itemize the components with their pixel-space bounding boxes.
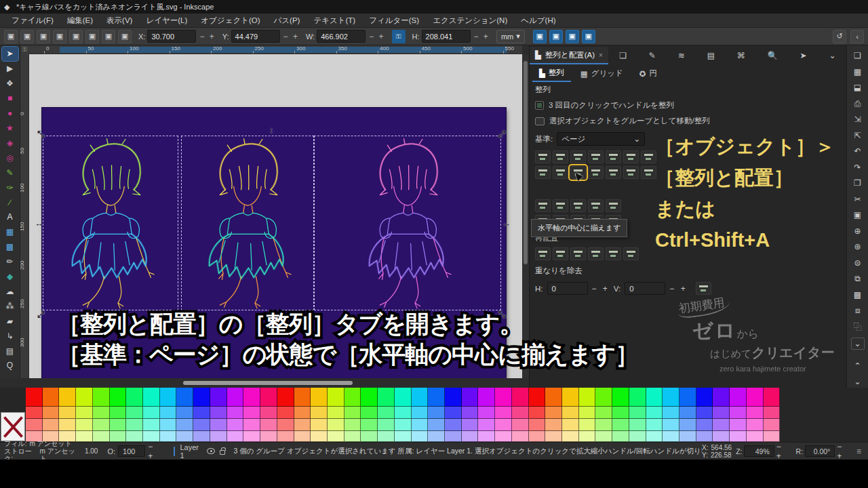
menu-レイヤー(L)[interactable]: レイヤー(L) [140, 14, 193, 27]
color-swatch[interactable] [143, 388, 160, 407]
color-swatch[interactable] [260, 407, 277, 419]
tab-円[interactable]: ✪円 [633, 66, 664, 82]
color-swatch[interactable] [495, 419, 512, 431]
color-swatch[interactable] [445, 419, 462, 431]
color-swatch[interactable] [445, 431, 462, 442]
color-swatch[interactable] [612, 431, 629, 442]
zoom-input[interactable]: 49% [744, 445, 774, 457]
scale-handle[interactable]: ⤡ [37, 129, 44, 140]
layer-lock-icon[interactable] [220, 450, 225, 455]
scale-gradient-icon[interactable]: ▣ [566, 30, 579, 43]
color-swatch[interactable] [529, 431, 546, 442]
scale-handle[interactable]: ⤢ [37, 309, 44, 320]
color-swatch[interactable] [663, 407, 679, 419]
pointer-dialog-icon[interactable]: ➤ [800, 51, 807, 60]
align-top-button[interactable] [553, 166, 568, 179]
color-swatch[interactable] [428, 388, 445, 407]
scale-stroke-icon[interactable]: ▣ [533, 30, 547, 43]
scale-handle[interactable]: ↔ [502, 218, 511, 228]
color-swatch[interactable] [193, 388, 210, 407]
menu-編集(E)[interactable]: 編集(E) [61, 14, 99, 27]
color-swatch[interactable] [663, 419, 679, 431]
color-swatch[interactable] [713, 431, 730, 442]
color-swatch[interactable] [764, 419, 781, 431]
align-anchor-h-button[interactable] [641, 150, 656, 163]
clone-icon[interactable]: ⿻ [851, 321, 865, 333]
ungroup-icon[interactable]: ⧈ [851, 304, 865, 317]
color-swatch[interactable] [126, 388, 143, 407]
color-swatch[interactable] [76, 419, 93, 431]
color-swatch[interactable] [361, 431, 378, 442]
menu-エクステンション(N)[interactable]: エクステンション(N) [427, 14, 513, 27]
align-text-vertical-button[interactable] [623, 166, 639, 179]
gradient-tool[interactable]: ▦ [2, 225, 18, 239]
box3d-tool[interactable]: ◈ [2, 136, 18, 150]
overlap-h-stepper[interactable]: − + [592, 284, 610, 293]
color-swatch[interactable] [764, 431, 781, 442]
color-swatch[interactable] [595, 388, 612, 407]
tweak-tool[interactable]: ☁ [2, 285, 18, 299]
color-swatch[interactable] [412, 388, 429, 407]
color-swatch[interactable] [445, 388, 462, 407]
layers-icon[interactable]: ≋ [678, 51, 685, 60]
height-input[interactable]: 208.041 [422, 30, 471, 43]
color-swatch[interactable] [93, 388, 110, 407]
calligraphy-tool[interactable]: ∕ [2, 195, 18, 209]
export-icon[interactable]: ⇱ [851, 129, 865, 142]
color-swatch[interactable] [126, 419, 143, 431]
color-swatch[interactable] [545, 388, 562, 407]
color-swatch[interactable] [176, 407, 193, 419]
color-swatch[interactable] [747, 431, 764, 442]
import-icon[interactable]: ⇲ [851, 113, 865, 125]
color-swatch[interactable] [277, 407, 294, 419]
move-as-group-option[interactable]: 選択オブジェクトをグループとして移動/整列 [530, 113, 847, 129]
color-swatch[interactable] [646, 431, 663, 442]
bezier-tool[interactable]: ✑ [2, 180, 18, 195]
color-swatch[interactable] [160, 419, 177, 431]
color-swatch[interactable] [361, 419, 378, 431]
objects-icon[interactable]: ▤ [707, 51, 715, 60]
align-center-horizontal-button[interactable] [570, 150, 586, 163]
y-input[interactable]: 44.479 [231, 30, 280, 43]
color-swatch[interactable] [243, 419, 260, 431]
exchange-z-button[interactable] [553, 247, 568, 260]
layer-name[interactable]: Layer 1 [180, 443, 202, 460]
color-swatch[interactable] [629, 388, 646, 407]
color-swatch[interactable] [378, 407, 395, 419]
rotate-cw-icon[interactable]: ▣ [85, 30, 99, 43]
connector-tool[interactable]: ↳ [2, 329, 18, 343]
color-swatch[interactable] [646, 407, 663, 419]
color-swatch[interactable] [646, 388, 663, 407]
paste-icon[interactable]: ▣ [851, 209, 865, 221]
align-right-button[interactable] [588, 150, 604, 163]
color-swatch[interactable] [328, 388, 344, 407]
menu-パス(P)[interactable]: パス(P) [268, 14, 307, 27]
ruler-lock-icon[interactable]: ⚿ [20, 45, 29, 54]
deselect-icon[interactable]: ▣ [37, 30, 50, 43]
ellipse-tool[interactable]: ● [2, 106, 18, 121]
color-swatch[interactable] [93, 407, 110, 419]
color-swatch[interactable] [495, 388, 512, 407]
scale-handle[interactable]: ↕ [269, 125, 274, 135]
color-swatch[interactable] [696, 419, 713, 431]
flip-horizontal-icon[interactable]: ▣ [102, 30, 115, 43]
align-center-vertical-button[interactable] [570, 166, 586, 179]
randomize-button[interactable] [606, 247, 621, 260]
color-swatch[interactable] [562, 431, 579, 442]
color-swatch[interactable] [344, 431, 361, 442]
color-swatch[interactable] [210, 388, 227, 407]
align-text-horizontal-button[interactable] [623, 150, 639, 163]
align-left-edge-button[interactable] [535, 150, 551, 163]
color-swatch[interactable] [110, 431, 127, 442]
spray-tool[interactable]: ⁂ [2, 299, 18, 313]
horizontal-scrollbar[interactable] [0, 378, 502, 388]
tab-グリッド[interactable]: ▦グリッド [574, 66, 630, 82]
menu-表示(V)[interactable]: 表示(V) [100, 14, 138, 27]
zoom-selection-icon[interactable]: ⊕ [851, 225, 865, 237]
checkbox-icon[interactable] [535, 101, 544, 110]
x-stepper[interactable]: − + [199, 32, 215, 41]
color-swatch[interactable] [344, 407, 361, 419]
color-swatch[interactable] [294, 407, 311, 419]
fill-stroke-icon[interactable]: ✎ [649, 51, 656, 60]
color-swatch[interactable] [612, 407, 629, 419]
